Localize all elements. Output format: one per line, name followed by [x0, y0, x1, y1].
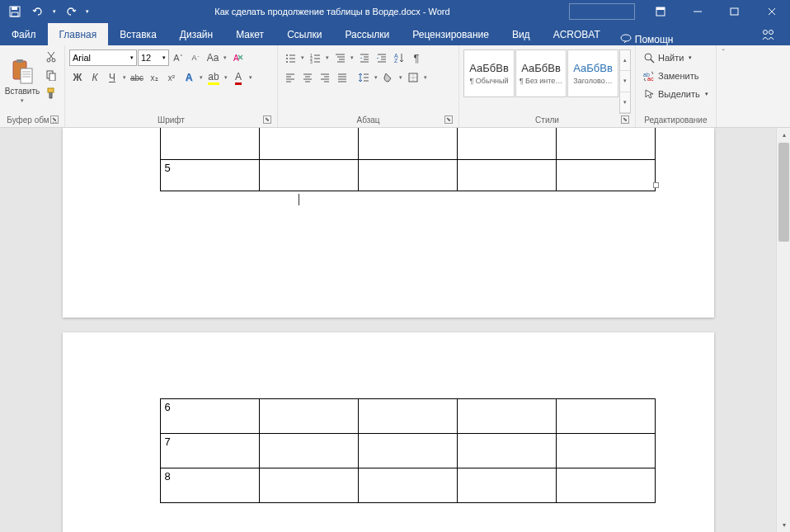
tab-file[interactable]: Файл: [0, 23, 48, 45]
table-cell[interactable]: [259, 159, 358, 191]
underline-button[interactable]: Ч: [104, 69, 120, 86]
borders-button[interactable]: [405, 69, 421, 86]
superscript-button[interactable]: x²: [163, 69, 180, 86]
table-cell[interactable]: [556, 434, 655, 468]
format-painter-button[interactable]: [42, 84, 60, 102]
table-cell[interactable]: [556, 399, 655, 434]
table-cell[interactable]: [358, 128, 457, 159]
show-marks-button[interactable]: ¶: [408, 49, 425, 66]
table-cell[interactable]: [259, 468, 358, 503]
strikethrough-button[interactable]: abc: [129, 69, 145, 86]
table-cell[interactable]: 5: [160, 159, 259, 191]
style-normal[interactable]: АаБбВв¶ Обычный: [463, 49, 515, 97]
table-cell[interactable]: [358, 399, 457, 434]
table-cell[interactable]: [259, 399, 358, 434]
tab-design[interactable]: Дизайн: [168, 23, 224, 45]
font-name-combo[interactable]: Arial▾: [69, 49, 137, 66]
shading-dropdown[interactable]: ▾: [397, 74, 404, 81]
tab-home[interactable]: Главная: [48, 23, 109, 45]
share-button[interactable]: [747, 23, 790, 45]
table-cell[interactable]: [358, 159, 457, 191]
clear-formatting-button[interactable]: A: [229, 49, 246, 66]
table-cell[interactable]: [259, 128, 358, 159]
paragraph-dialog[interactable]: ⬊: [444, 115, 453, 124]
tab-view[interactable]: Вид: [501, 23, 542, 45]
align-right-button[interactable]: [317, 69, 333, 86]
styles-row-down[interactable]: ▾: [620, 71, 630, 92]
user-account[interactable]: [569, 3, 635, 20]
align-left-button[interactable]: [282, 69, 299, 86]
table-cell[interactable]: [457, 468, 556, 503]
table-cell[interactable]: 8: [160, 468, 259, 503]
table-row[interactable]: 6: [160, 399, 655, 434]
undo-button[interactable]: [28, 2, 48, 21]
table-cell[interactable]: [358, 434, 457, 468]
borders-dropdown[interactable]: ▾: [422, 74, 429, 81]
table-row[interactable]: [160, 128, 655, 159]
change-case-button[interactable]: Aa: [205, 49, 221, 66]
numbering-dropdown[interactable]: ▾: [324, 54, 331, 61]
numbering-button[interactable]: 123: [307, 49, 323, 66]
sort-button[interactable]: AZ: [391, 49, 407, 66]
text-effects-dropdown[interactable]: ▾: [198, 74, 205, 81]
bullets-button[interactable]: [282, 49, 299, 66]
table-cell[interactable]: [457, 399, 556, 434]
table-cell[interactable]: 6: [160, 399, 259, 434]
highlight-button[interactable]: ab: [205, 69, 222, 86]
find-button[interactable]: Найти▾: [640, 49, 712, 66]
font-size-combo[interactable]: 12▾: [138, 49, 169, 66]
shading-button[interactable]: [380, 69, 397, 86]
redo-button[interactable]: [61, 2, 81, 21]
justify-button[interactable]: [334, 69, 350, 86]
scroll-down-icon[interactable]: ▾: [777, 518, 790, 532]
scroll-up-icon[interactable]: ▴: [777, 128, 790, 142]
minimize-button[interactable]: [679, 0, 716, 23]
tab-insert[interactable]: Вставка: [108, 23, 168, 45]
table-cell[interactable]: [556, 128, 655, 159]
table-cell[interactable]: [160, 128, 259, 159]
table-cell[interactable]: [259, 434, 358, 468]
styles-expand[interactable]: ▾: [620, 92, 630, 113]
line-spacing-button[interactable]: [355, 69, 372, 86]
document-page-2[interactable]: 6 7 8: [63, 332, 714, 532]
multilevel-dropdown[interactable]: ▾: [349, 54, 355, 61]
highlight-dropdown[interactable]: ▾: [223, 74, 229, 81]
subscript-button[interactable]: x₂: [146, 69, 162, 86]
cut-button[interactable]: [42, 48, 60, 66]
font-dialog[interactable]: ⬊: [263, 115, 271, 124]
font-color-dropdown[interactable]: ▾: [247, 74, 254, 81]
multilevel-list-button[interactable]: [332, 49, 348, 66]
table-2[interactable]: 6 7 8: [160, 398, 656, 503]
change-case-dropdown[interactable]: ▾: [222, 54, 228, 61]
table-resize-handle[interactable]: [653, 182, 659, 188]
table-cell[interactable]: [457, 128, 556, 159]
table-row[interactable]: 5: [160, 159, 655, 191]
font-color-button[interactable]: A: [230, 69, 247, 86]
scrollbar-thumb[interactable]: [778, 143, 789, 242]
collapse-ribbon-button[interactable]: ˇ: [716, 45, 731, 127]
styles-dialog[interactable]: ⬊: [621, 115, 629, 124]
tab-layout[interactable]: Макет: [224, 23, 275, 45]
tab-review[interactable]: Рецензирование: [401, 23, 501, 45]
style-no-spacing[interactable]: АаБбВв¶ Без инте…: [515, 49, 567, 97]
clipboard-dialog[interactable]: ⬊: [50, 115, 59, 124]
close-button[interactable]: [753, 0, 790, 23]
decrease-indent-button[interactable]: [356, 49, 373, 66]
bold-button[interactable]: Ж: [69, 69, 86, 86]
tab-acrobat[interactable]: ACROBAT: [542, 23, 612, 45]
paste-button[interactable]: Вставить ▾: [4, 48, 40, 114]
style-heading1[interactable]: АаБбВвЗаголово…: [567, 49, 618, 97]
maximize-button[interactable]: [716, 0, 753, 23]
shrink-font-button[interactable]: A˅: [187, 49, 204, 66]
italic-button[interactable]: К: [87, 69, 103, 86]
text-effects-button[interactable]: A: [181, 69, 197, 86]
table-row[interactable]: 7: [160, 434, 655, 468]
styles-row-up[interactable]: ▴: [620, 50, 630, 71]
table-cell[interactable]: [556, 159, 655, 191]
tab-references[interactable]: Ссылки: [275, 23, 333, 45]
align-center-button[interactable]: [299, 69, 316, 86]
table-row[interactable]: 8: [160, 468, 655, 503]
select-button[interactable]: Выделить▾: [640, 86, 712, 102]
table-cell[interactable]: [457, 434, 556, 468]
document-page-1[interactable]: 5: [63, 128, 714, 318]
